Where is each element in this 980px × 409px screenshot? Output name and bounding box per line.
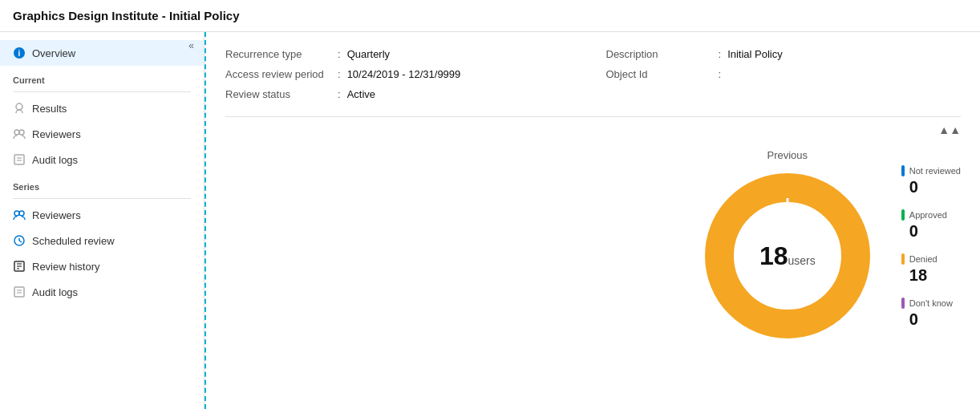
denied-count: 18 [901, 266, 961, 285]
denied-bar [901, 253, 905, 265]
legend-not-reviewed: Not reviewed 0 [901, 165, 961, 196]
svg-rect-17 [14, 287, 24, 297]
denied-label: Denied [901, 253, 961, 265]
sidebar-item-review-history[interactable]: Review history [0, 253, 204, 279]
approved-label: Approved [901, 209, 961, 221]
sidebar: « i Overview Current Results Reviewers [0, 32, 205, 409]
recurrence-type-value: Quarterly [347, 48, 390, 60]
legend-denied: Denied 18 [901, 253, 961, 285]
recurrence-type-label: Recurrence type [225, 48, 338, 60]
donut-unit: users [788, 254, 815, 267]
approved-bar [901, 209, 905, 221]
dont-know-count: 0 [901, 310, 961, 329]
sidebar-item-reviewers-series[interactable]: Reviewers [0, 202, 204, 228]
recurrence-type-sep: : [338, 48, 341, 60]
series-section-label: Series [0, 172, 204, 195]
info-rows-left: Recurrence type : Quarterly Access revie… [225, 48, 581, 100]
access-review-period-row: Access review period : 10/24/2019 - 12/3… [225, 68, 581, 80]
not-reviewed-count: 0 [901, 178, 961, 196]
not-reviewed-label: Not reviewed [901, 165, 961, 176]
review-status-sep: : [338, 88, 341, 100]
donut-total: 18 [759, 241, 788, 270]
review-status-label: Review status [225, 88, 338, 100]
svg-point-4 [19, 130, 24, 135]
sidebar-item-results[interactable]: Results [0, 95, 204, 121]
not-reviewed-bar [901, 165, 905, 176]
svg-point-8 [14, 211, 19, 216]
section-divider [225, 116, 961, 117]
scheduled-review-label: Scheduled review [32, 235, 115, 247]
recurrence-type-row: Recurrence type : Quarterly [225, 48, 581, 60]
collapse-toggle: ▲▲ [206, 124, 980, 143]
previous-label: Previous [767, 149, 808, 161]
main-container: « i Overview Current Results Reviewers [0, 32, 980, 409]
review-status-value: Active [347, 88, 375, 100]
overview-label: Overview [32, 47, 75, 59]
review-history-icon [13, 260, 26, 273]
chart-section: Previous 18users [206, 143, 980, 350]
svg-rect-5 [14, 155, 24, 164]
description-label: Description [606, 48, 719, 60]
audit-logs-current-label: Audit logs [32, 154, 78, 166]
svg-point-2 [16, 103, 22, 110]
svg-point-3 [14, 130, 19, 135]
description-sep: : [719, 48, 722, 60]
audit-logs-current-icon [13, 153, 26, 166]
review-history-label: Review history [32, 261, 100, 273]
review-status-row: Review status : Active [225, 88, 581, 100]
info-grid: Recurrence type : Quarterly Access revie… [206, 32, 980, 110]
sidebar-item-overview[interactable]: i Overview [0, 40, 204, 66]
results-label: Results [32, 103, 67, 115]
chart-legend: Not reviewed 0 Approved 0 Denied [901, 165, 961, 329]
results-icon [13, 102, 26, 115]
sidebar-divider-series [13, 198, 191, 199]
svg-line-12 [19, 241, 22, 242]
reviewers-series-label: Reviewers [32, 209, 81, 221]
donut-section: Previous 18users [699, 149, 876, 344]
object-id-row: Object Id : [606, 68, 962, 80]
audit-logs-series-icon [13, 285, 26, 298]
access-review-period-value: 10/24/2019 - 12/31/9999 [347, 68, 461, 80]
description-row: Description : Initial Policy [606, 48, 962, 60]
access-review-period-label: Access review period [225, 68, 338, 80]
app-header: Graphics Design Institute - Initial Poli… [0, 0, 980, 32]
page-title: Graphics Design Institute - Initial Poli… [13, 9, 240, 22]
sidebar-item-reviewers-current[interactable]: Reviewers [0, 121, 204, 147]
donut-center: 18users [759, 241, 816, 271]
donut-chart: 18users [699, 168, 876, 344]
sidebar-collapse-button[interactable]: « [185, 38, 197, 53]
reviewers-series-icon [13, 209, 26, 221]
description-value: Initial Policy [727, 48, 783, 60]
sidebar-item-audit-logs-series[interactable]: Audit logs [0, 279, 204, 305]
sidebar-item-scheduled-review[interactable]: Scheduled review [0, 228, 204, 253]
current-section-label: Current [0, 66, 204, 88]
svg-text:i: i [18, 49, 21, 58]
info-rows-right: Description : Initial Policy Object Id : [606, 48, 962, 100]
reviewers-current-icon [13, 128, 26, 140]
object-id-sep: : [719, 68, 722, 80]
legend-approved: Approved 0 [901, 209, 961, 241]
info-icon: i [13, 47, 26, 59]
dont-know-label: Don't know [901, 298, 961, 309]
svg-point-9 [19, 211, 24, 216]
object-id-label: Object Id [606, 68, 719, 80]
dont-know-bar [901, 298, 905, 309]
collapse-button[interactable]: ▲▲ [938, 124, 961, 136]
sidebar-item-audit-logs-current[interactable]: Audit logs [0, 147, 204, 172]
content-area: Recurrence type : Quarterly Access revie… [205, 32, 980, 409]
reviewers-current-label: Reviewers [32, 128, 81, 140]
legend-dont-know: Don't know 0 [901, 298, 961, 329]
access-review-period-sep: : [338, 68, 341, 80]
audit-logs-series-label: Audit logs [32, 286, 78, 298]
approved-count: 0 [901, 222, 961, 241]
sidebar-divider-current [13, 91, 191, 92]
scheduled-review-icon [13, 234, 26, 247]
